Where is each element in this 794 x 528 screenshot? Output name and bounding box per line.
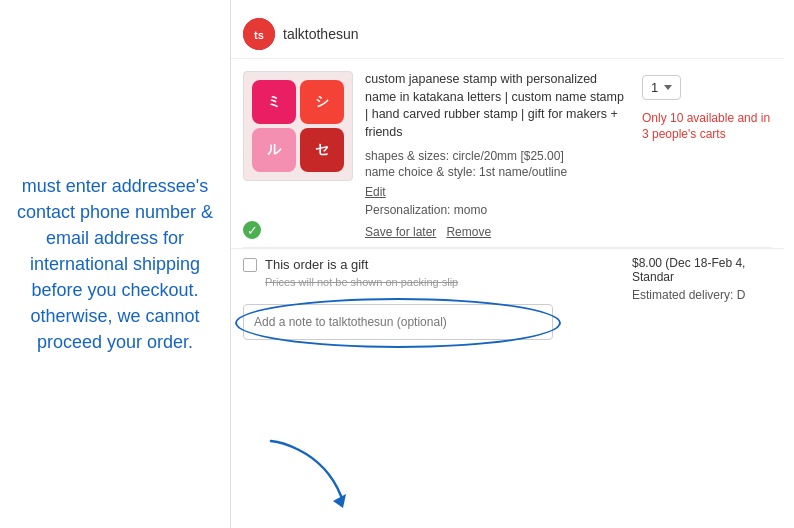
svg-marker-2 [333,494,346,508]
save-for-later-link[interactable]: Save for later [365,225,436,239]
product-row: ミ シ ル セ ✓ custom japanese stamp with per… [231,59,784,247]
annotation-text: must enter addressee's contact phone num… [15,173,215,356]
pricing-panel: $8.00 (Dec 18-Feb 4, Standar Estimated d… [624,248,784,310]
shop-header: ts talktothesun [231,10,784,59]
personalization: Personalization: momo [365,203,630,217]
right-panel: 1 Only 10 available and in 3 people's ca… [642,71,772,239]
stamp-4: セ [300,128,344,172]
gift-checkbox[interactable] [243,258,257,272]
checkmark-badge: ✓ [241,219,263,241]
stamp-2: シ [300,80,344,124]
svg-text:ts: ts [254,29,264,41]
product-option1: shapes & sizes: circle/20mm [$25.00] [365,149,630,163]
stamp-visual: ミ シ ル セ [248,76,348,176]
shipping-price: $8.00 (Dec 18-Feb 4, Standar [632,256,776,284]
main-content: ts talktothesun ミ シ ル セ ✓ custom japanes… [230,0,794,528]
note-input-wrapper [243,304,553,340]
gift-label: This order is a gift [265,257,368,272]
product-option2: name choice & style: 1st name/outline [365,165,630,179]
edit-link[interactable]: Edit [365,185,386,199]
product-image: ミ シ ル セ [243,71,353,181]
shop-name[interactable]: talktothesun [283,26,359,42]
annotation-panel: must enter addressee's contact phone num… [0,0,230,528]
quantity-selector[interactable]: 1 [642,75,681,100]
delivery-estimate: Estimated delivery: D [632,288,776,302]
action-links: Save for later Remove [365,225,630,239]
stamp-1: ミ [252,80,296,124]
chevron-down-icon [664,85,672,90]
note-area: $8.00 (Dec 18-Feb 4, Standar Estimated d… [231,304,784,350]
remove-link[interactable]: Remove [446,225,491,239]
shop-avatar: ts [243,18,275,50]
stamp-3: ル [252,128,296,172]
note-input[interactable] [243,304,553,340]
product-image-container: ミ シ ル セ ✓ [243,71,353,239]
quantity-value: 1 [651,80,658,95]
avatar-inner: ts [243,18,275,50]
stock-warning: Only 10 available and in 3 people's cart… [642,110,772,142]
product-details: custom japanese stamp with personalized … [365,71,630,239]
product-title: custom japanese stamp with personalized … [365,71,630,141]
arrow-annotation [261,436,361,520]
